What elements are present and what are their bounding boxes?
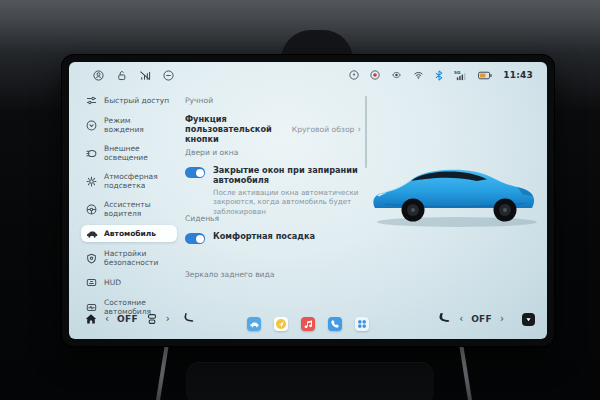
section-doors-windows: Двери и окна [185, 148, 238, 157]
voice-assistant-icon[interactable] [522, 313, 535, 326]
infotainment-screen: 5G 11:43 [62, 55, 554, 346]
quick-access-icon [86, 95, 98, 106]
sidebar-item-label: Внешнее освещение [104, 144, 172, 162]
eye-icon [391, 70, 402, 80]
bluetooth-icon [435, 70, 443, 81]
partial-list-item[interactable]: Ручной [185, 96, 213, 105]
dock-apps [247, 317, 369, 331]
drive-mode-icon [86, 120, 98, 131]
status-left-icons [93, 70, 174, 81]
sidebar-item-label: Быстрый доступ [104, 96, 169, 105]
sidebar-item-security[interactable]: Настройки безопасности [81, 246, 177, 270]
battery-icon [478, 71, 492, 80]
sidebar-item-quick-access[interactable]: Быстрый доступ [81, 92, 177, 109]
toggle-title: Закрытие окон при запирании автомобиля [213, 166, 375, 186]
unlock-icon[interactable] [116, 70, 127, 81]
navigation-app-icon[interactable] [274, 317, 288, 331]
seat-icon[interactable] [438, 310, 451, 329]
close-windows-toggle[interactable] [185, 167, 205, 178]
location-icon [349, 70, 359, 80]
recording-icon [370, 70, 380, 80]
driver-assist-icon [86, 204, 98, 215]
sidebar-item-label: Режим вождения [104, 116, 172, 134]
chevron-right-icon[interactable]: › [500, 314, 504, 324]
clock: 11:43 [503, 70, 533, 80]
left-climate-value: OFF [117, 314, 138, 324]
close-windows-setting: Закрытие окон при запирании автомобиля П… [185, 166, 375, 217]
sidebar-item-label: Настройки безопасности [104, 249, 172, 267]
app-drawer-icon[interactable] [355, 317, 369, 331]
toggle-subtitle: После активации окна автоматически закро… [213, 188, 363, 217]
sidebar-item-label: HUD [104, 278, 121, 287]
dock-bar: ‹ OFF › [69, 303, 547, 339]
sidebar-item-label: Атмосферная подсветка [104, 172, 172, 190]
exterior-light-icon [86, 148, 98, 159]
svg-text:5G: 5G [454, 70, 461, 75]
seat-icon[interactable] [182, 310, 195, 329]
status-bar: 5G 11:43 [69, 62, 547, 88]
sidebar-item-exterior-light[interactable]: Внешнее освещение [81, 141, 177, 165]
comfort-entry-setting: Комфортная посадка [185, 232, 315, 244]
ambient-light-icon [86, 176, 98, 187]
network-off-icon[interactable] [139, 70, 151, 81]
sidebar-item-ambient-light[interactable]: Атмосферная подсветка [81, 169, 177, 193]
car-app-icon[interactable] [247, 317, 261, 331]
custom-button-function-row[interactable]: Функция пользовательской кнопки Круговой… [185, 114, 361, 144]
chevron-left-icon[interactable]: ‹ [105, 314, 109, 324]
user-icon[interactable] [93, 70, 104, 81]
status-right-icons: 5G 11:43 [349, 70, 533, 81]
sidebar-item-label: Автомобиль [104, 229, 156, 238]
car-icon [86, 228, 98, 239]
settings-sidebar: Быстрый доступ Режим вождения Внешнее ос… [81, 92, 177, 319]
do-not-disturb-icon[interactable] [163, 70, 174, 81]
wifi-icon [413, 70, 424, 80]
music-app-icon[interactable] [301, 317, 315, 331]
stand-leg-left [155, 346, 168, 400]
chevron-right-icon[interactable]: › [166, 314, 170, 324]
chevron-right-icon: › [357, 124, 361, 134]
sidebar-item-label: Ассистенты водителя [104, 200, 172, 218]
car-render [365, 146, 547, 234]
dock-right: ‹ OFF › [438, 310, 535, 329]
sidebar-item-drive-mode[interactable]: Режим вождения [81, 113, 177, 137]
security-icon [86, 253, 98, 264]
toggle-title: Комфортная посадка [213, 232, 315, 242]
sidebar-item-car[interactable]: Автомобиль [81, 225, 177, 242]
section-seats: Сиденья [185, 214, 219, 223]
sidebar-item-hud[interactable]: HUD [81, 274, 177, 291]
comfort-entry-toggle[interactable] [185, 233, 205, 244]
dashboard-photo: 5G 11:43 [0, 0, 600, 400]
signal-icon: 5G [454, 70, 467, 81]
display: 5G 11:43 [69, 62, 547, 339]
stand-leg-right [459, 346, 472, 400]
sidebar-item-driver-assist[interactable]: Ассистенты водителя [81, 197, 177, 221]
center-console [186, 362, 434, 400]
row-label: Функция пользовательской кнопки [185, 114, 292, 144]
hud-icon [86, 277, 98, 288]
right-climate-value: OFF [471, 314, 492, 324]
seat-ventilation-icon [146, 310, 158, 329]
dock-left: ‹ OFF › [85, 310, 195, 329]
row-value: Круговой обзор › [292, 124, 361, 134]
home-icon[interactable] [85, 310, 97, 329]
chevron-left-icon[interactable]: ‹ [459, 314, 463, 324]
section-rear-mirror: Зеркало заднего вида [185, 270, 274, 279]
phone-app-icon[interactable] [328, 317, 342, 331]
